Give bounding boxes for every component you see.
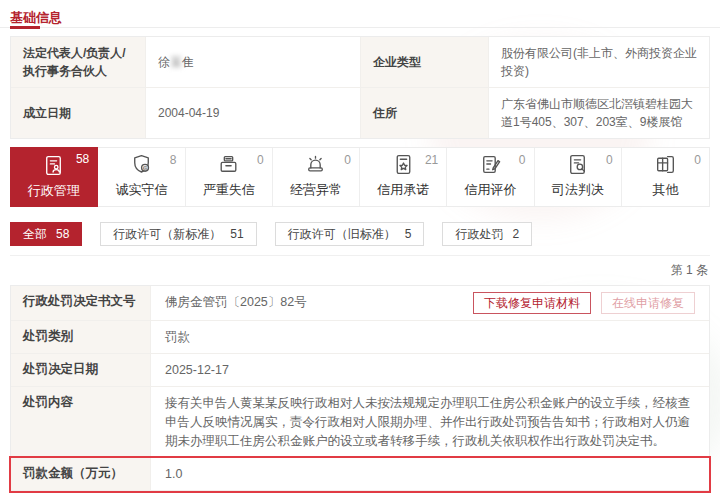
tab-label: 行政管理 bbox=[28, 182, 80, 200]
tab-count: 21 bbox=[425, 153, 438, 167]
download-repair-material-button[interactable]: 下载修复申请材料 bbox=[473, 292, 591, 314]
doc-person-icon bbox=[41, 153, 66, 178]
grid-doc-icon bbox=[653, 152, 678, 177]
penalty-date-value: 2025-12-17 bbox=[165, 360, 695, 380]
tab-count: 0 bbox=[606, 153, 613, 167]
tab-honesty[interactable]: 8 信 诚实守信 bbox=[98, 148, 185, 206]
filter-count: 5 bbox=[405, 227, 412, 241]
filter-all[interactable]: 全部 58 bbox=[10, 222, 82, 246]
filter-count: 58 bbox=[56, 227, 69, 241]
row-penalty-date: 处罚决定日期 2025-12-17 bbox=[11, 354, 709, 387]
row-penalty-content: 处罚内容 接有关申告人黄某某反映行政相对人未按法规规定办理职工住房公积金账户的设… bbox=[11, 387, 709, 458]
filter-count: 2 bbox=[512, 227, 519, 241]
tab-count: 8 bbox=[170, 153, 177, 167]
shield-badge-icon: 信 bbox=[129, 152, 154, 177]
filter-admin-license-new[interactable]: 行政许可（新标准） 51 bbox=[100, 222, 256, 246]
tab-label: 信用评价 bbox=[464, 181, 516, 199]
row-penalty-doc-number: 行政处罚决定书文号 佛房金管罚〔2025〕82号 下载修复申请材料 在线申请修复 bbox=[11, 286, 709, 321]
online-repair-button[interactable]: 在线申请修复 bbox=[601, 292, 695, 314]
tab-count: 0 bbox=[694, 153, 701, 167]
item-index: 第 1 条 bbox=[10, 255, 710, 285]
fine-amount-value: 1.0 bbox=[165, 464, 695, 484]
category-tabs: 58 行政管理 8 信 诚实守信 0 bbox=[10, 147, 710, 207]
filter-admin-license-old[interactable]: 行政许可（旧标准） 5 bbox=[275, 222, 425, 246]
page: 基础信息 法定代表人/负责人/执行事务合伙人 徐某隹 企业类型 股份有限公司(非… bbox=[0, 0, 720, 493]
penalty-content-value: 接有关申告人黄某某反映行政相对人未按法规规定办理职工住房公积金账户的设立手续，经… bbox=[165, 393, 695, 451]
penalty-detail-table: 行政处罚决定书文号 佛房金管罚〔2025〕82号 下载修复申请材料 在线申请修复… bbox=[10, 285, 710, 493]
enterprise-type-value: 股份有限公司(非上市、外商投资企业投资) bbox=[489, 37, 709, 88]
enterprise-type-label: 企业类型 bbox=[361, 37, 489, 88]
tab-count: 0 bbox=[257, 153, 264, 167]
row-penalty-category: 处罚类别 罚款 bbox=[11, 321, 709, 354]
tab-label: 经营异常 bbox=[290, 181, 342, 199]
establish-date-label: 成立日期 bbox=[11, 88, 146, 138]
tab-label: 严重失信 bbox=[203, 181, 255, 199]
doc-star-icon bbox=[391, 152, 416, 177]
tab-label: 诚实守信 bbox=[115, 181, 167, 199]
tab-judicial-judgment[interactable]: 0 司法判决 bbox=[535, 148, 622, 206]
tab-label: 信用承诺 bbox=[377, 181, 429, 199]
svg-text:信: 信 bbox=[141, 165, 148, 172]
tab-label: 其他 bbox=[652, 181, 678, 199]
title-underline bbox=[10, 26, 40, 29]
section-title-basic-info: 基础信息 bbox=[10, 0, 710, 27]
penalty-doc-number-value: 佛房金管罚〔2025〕82号 bbox=[165, 292, 461, 312]
doc-edit-icon bbox=[478, 152, 503, 177]
tab-admin-management[interactable]: 58 行政管理 bbox=[10, 147, 98, 207]
address-value: 广东省佛山市顺德区北滘镇碧桂园大道1号405、307、203室、9楼展馆 bbox=[489, 88, 709, 138]
filter-bar: 全部 58 行政许可（新标准） 51 行政许可（旧标准） 5 行政处罚 2 bbox=[10, 222, 710, 246]
filter-admin-penalty[interactable]: 行政处罚 2 bbox=[442, 222, 532, 246]
section-divider bbox=[0, 27, 720, 28]
tab-count: 58 bbox=[76, 152, 89, 166]
tab-count: 0 bbox=[519, 153, 526, 167]
row-fine-amount: 罚款金额（万元） 1.0 bbox=[11, 458, 709, 491]
tab-credit-evaluation[interactable]: 0 信用评价 bbox=[447, 148, 534, 206]
basic-info-table: 法定代表人/负责人/执行事务合伙人 徐某隹 企业类型 股份有限公司(非上市、外商… bbox=[10, 36, 710, 139]
legal-rep-value: 徐某隹 bbox=[146, 37, 361, 88]
establish-date-value: 2004-04-19 bbox=[146, 88, 361, 138]
filter-count: 51 bbox=[230, 227, 243, 241]
blacklist-box-icon bbox=[216, 152, 241, 177]
tab-other[interactable]: 0 其他 bbox=[622, 148, 709, 206]
tab-credit-commitment[interactable]: 21 信用承诺 bbox=[360, 148, 447, 206]
doc-magnifier-icon bbox=[565, 152, 590, 177]
address-label: 住所 bbox=[361, 88, 489, 138]
tab-business-abnormal[interactable]: 0 经营异常 bbox=[273, 148, 360, 206]
tab-label: 司法判决 bbox=[552, 181, 604, 199]
alarm-icon bbox=[303, 152, 328, 177]
masked-name: 某 bbox=[170, 53, 182, 71]
penalty-category-value: 罚款 bbox=[165, 327, 695, 347]
legal-rep-label: 法定代表人/负责人/执行事务合伙人 bbox=[11, 37, 146, 88]
tab-count: 0 bbox=[344, 153, 351, 167]
tab-serious-dishonesty[interactable]: 0 严重失信 bbox=[186, 148, 273, 206]
